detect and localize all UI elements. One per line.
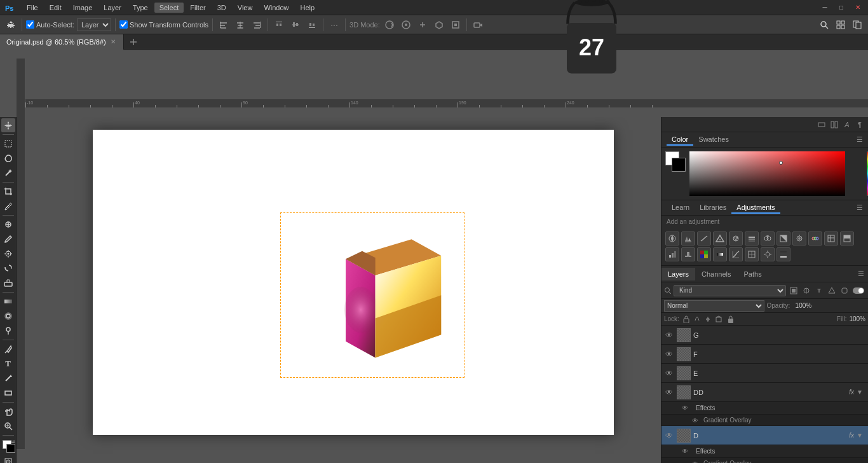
black-white-adj[interactable] [776, 232, 790, 245]
menu-layer[interactable]: Layer [98, 3, 126, 13]
hand-tool[interactable] [1, 404, 15, 418]
shadows-highlights-adj[interactable] [776, 247, 790, 261]
lock-image-pixels[interactable] [693, 315, 702, 324]
menu-select[interactable]: Select [154, 3, 184, 13]
path-selection-tool[interactable] [1, 371, 15, 385]
align-right-button[interactable] [250, 18, 264, 32]
foreground-background-colors[interactable]: ⇄ [1, 439, 15, 453]
curves-adj[interactable] [697, 232, 711, 245]
search-button[interactable] [817, 18, 831, 32]
lock-transparent-pixels[interactable] [682, 315, 691, 324]
panel-columns-button[interactable] [829, 119, 840, 130]
3d-pan-button[interactable] [416, 18, 430, 32]
clone-tool[interactable] [1, 247, 15, 261]
distribute-vcenter-button[interactable] [288, 18, 302, 32]
color-preview[interactable] [665, 151, 686, 172]
move-tool[interactable] [1, 118, 15, 132]
color-tab[interactable]: Color [667, 134, 693, 146]
zoom-tool[interactable] [1, 419, 15, 433]
curves-2-adj[interactable] [729, 247, 743, 261]
type-tool[interactable]: T [1, 357, 15, 371]
brightness-contrast-adj[interactable] [665, 232, 679, 245]
brush-tool[interactable] [1, 232, 15, 246]
selective-color-adj[interactable] [697, 247, 711, 261]
filter-smart-icon[interactable] [839, 285, 850, 296]
libraries-tab[interactable]: Libraries [695, 202, 731, 214]
swatches-tab[interactable]: Swatches [693, 134, 734, 146]
color-picker[interactable] [689, 151, 864, 196]
lock-position[interactable] [703, 315, 712, 324]
channel-mixer-adj[interactable] [808, 232, 822, 245]
lock-artboard[interactable] [714, 315, 723, 324]
invert-adj[interactable] [840, 232, 854, 245]
eraser-tool[interactable] [1, 276, 15, 290]
layer-select[interactable]: Layer [77, 18, 111, 31]
paths-tab[interactable]: Paths [738, 268, 768, 280]
filter-adjustment-icon[interactable] [801, 285, 812, 296]
menu-filter[interactable]: Filter [185, 3, 210, 13]
threshold-adj[interactable] [681, 247, 695, 261]
selection-tool[interactable] [1, 137, 15, 151]
filter-shape-icon[interactable] [826, 285, 837, 296]
history-brush-tool[interactable] [1, 261, 15, 275]
shape-tool[interactable] [1, 386, 15, 400]
dodge-tool[interactable] [1, 324, 15, 338]
visibility-D[interactable]: 👁 [664, 431, 674, 441]
auto-select-checkbox[interactable] [26, 20, 34, 29]
expand-DD[interactable]: ▼ [857, 389, 865, 396]
visibility-DD[interactable]: 👁 [664, 387, 674, 397]
menu-window[interactable]: Window [259, 3, 294, 13]
align-left-button[interactable] [217, 18, 231, 32]
effects-eye-DD[interactable]: 👁 [682, 404, 691, 411]
quick-mask-button[interactable] [1, 455, 15, 463]
lock-all[interactable] [725, 315, 736, 324]
layer-item-G[interactable]: 👁 G [661, 326, 868, 345]
crop-tool[interactable] [1, 184, 15, 198]
align-center-button[interactable] [233, 18, 247, 32]
levels-adj[interactable] [681, 232, 695, 245]
learn-tab[interactable]: Learn [667, 202, 695, 214]
gradient-map-adj[interactable] [713, 247, 727, 261]
panel-resize-button[interactable] [816, 119, 827, 130]
menu-view[interactable]: View [233, 3, 258, 13]
panel-text-button[interactable]: A [841, 119, 853, 130]
exposure-adj[interactable] [713, 232, 727, 245]
menu-help[interactable]: Help [295, 3, 320, 13]
eyedropper-tool[interactable] [1, 199, 15, 213]
new-tab-button[interactable] [126, 35, 140, 49]
distribute-bottom-button[interactable] [305, 18, 319, 32]
blur-tool[interactable] [1, 309, 15, 323]
panel-paragraph-button[interactable]: ¶ [854, 119, 865, 130]
layer-item-D[interactable]: 👁 D fx ▼ [661, 426, 868, 445]
wand-tool[interactable] [1, 166, 15, 180]
document-tab[interactable]: Original.psd @ 60.5% (RGB/8#) ✕ [0, 34, 124, 50]
workspace-button[interactable] [834, 18, 848, 32]
menu-3d[interactable]: 3D [212, 3, 231, 13]
visibility-G[interactable]: 👁 [664, 330, 674, 340]
filter-enabled-toggle[interactable] [851, 285, 865, 296]
transform-label[interactable]: Show Transform Controls [119, 20, 208, 29]
adj-panel-menu[interactable]: ☰ [857, 204, 863, 212]
gradient-eye-DD[interactable]: 👁 [692, 417, 701, 424]
hue-saturation-adj[interactable] [745, 232, 759, 245]
threshold-2-adj[interactable] [745, 247, 759, 261]
visibility-E[interactable]: 👁 [664, 368, 674, 378]
blend-mode-select[interactable]: Normal [664, 300, 764, 312]
3d-slide-button[interactable] [432, 18, 446, 32]
tab-close-button[interactable]: ✕ [109, 38, 117, 46]
menu-edit[interactable]: Edit [44, 3, 67, 13]
menu-type[interactable]: Type [128, 3, 153, 13]
layer-sub-gradient-D[interactable]: 👁 Gradient Overlay [661, 458, 868, 463]
channels-tab[interactable]: Channels [695, 268, 737, 280]
transform-checkbox[interactable] [119, 20, 128, 29]
filter-pixel-icon[interactable] [788, 285, 799, 296]
layers-panel-menu[interactable]: ☰ [858, 270, 868, 278]
effects-eye-D[interactable]: 👁 [682, 448, 691, 455]
move-tool-button[interactable] [4, 18, 18, 32]
photo-filter-adj[interactable] [792, 232, 806, 245]
layer-sub-gradient-DD[interactable]: 👁 Gradient Overlay [661, 415, 868, 426]
gradient-eye-D[interactable]: 👁 [692, 460, 701, 464]
expand-D[interactable]: ▼ [857, 432, 865, 439]
auto-select-label[interactable]: Auto-Select: [26, 20, 74, 29]
color-panel-menu[interactable]: ☰ [857, 135, 863, 144]
